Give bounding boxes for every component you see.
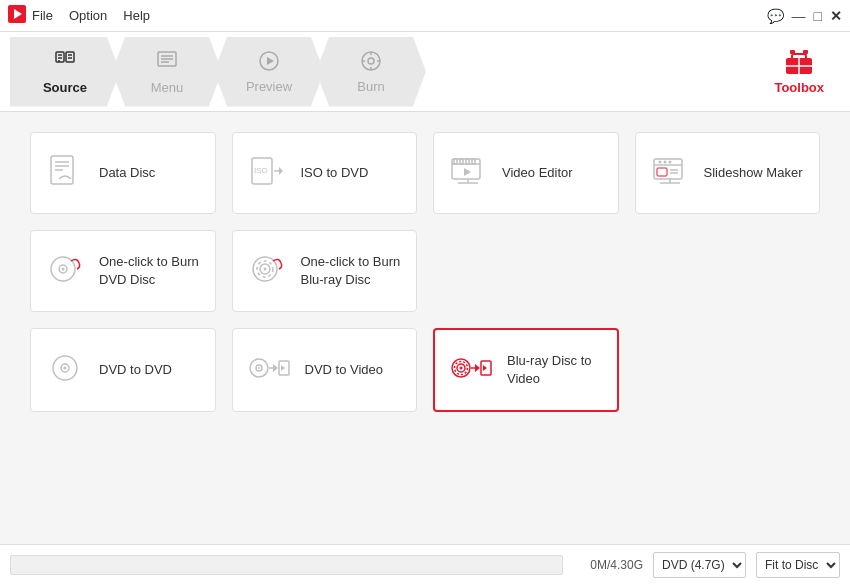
svg-rect-39 xyxy=(466,159,469,164)
svg-marker-34 xyxy=(279,167,283,175)
dvd-to-dvd-label: DVD to DVD xyxy=(99,361,172,379)
dvd-to-dvd-icon xyxy=(45,348,85,392)
close-button[interactable]: ✕ xyxy=(830,8,842,24)
slideshow-maker-label: Slideshow Maker xyxy=(704,164,803,182)
svg-text:ISO: ISO xyxy=(254,166,268,175)
toolbox-button[interactable]: Toolbox xyxy=(758,38,840,105)
status-bar: 0M/4.30G DVD (4.7G) DVD (8.5G) BD-25 BD-… xyxy=(0,544,850,584)
svg-rect-49 xyxy=(657,168,667,176)
steps-container: Source Menu Preview xyxy=(10,37,758,107)
svg-marker-76 xyxy=(475,364,480,372)
top-toolbar: Source Menu Preview xyxy=(0,32,850,112)
step-source-label: Source xyxy=(43,80,87,95)
empty-card-1 xyxy=(433,230,619,312)
step-menu-label: Menu xyxy=(151,80,184,95)
dvd-size-select[interactable]: DVD (4.7G) DVD (8.5G) BD-25 BD-50 xyxy=(653,552,746,578)
one-click-bluray-card[interactable]: One-click to Burn Blu-ray Disc xyxy=(232,230,418,312)
toolbox-icon xyxy=(784,48,814,80)
bluray-to-video-label: Blu-ray Disc to Video xyxy=(507,352,603,388)
dvd-to-video-card[interactable]: DVD to Video xyxy=(232,328,418,412)
svg-point-66 xyxy=(258,367,260,369)
one-click-bluray-icon xyxy=(247,249,287,293)
tools-row-2: One-click to Burn DVD Disc One-click to … xyxy=(30,230,820,312)
svg-point-48 xyxy=(668,161,671,164)
svg-point-46 xyxy=(658,161,661,164)
data-disc-icon xyxy=(45,151,85,195)
step-preview[interactable]: Preview xyxy=(214,37,324,107)
data-disc-card[interactable]: Data Disc xyxy=(30,132,216,214)
svg-point-56 xyxy=(62,268,65,271)
one-click-dvd-icon xyxy=(45,249,85,293)
slideshow-maker-card[interactable]: Slideshow Maker xyxy=(635,132,821,214)
video-editor-card[interactable]: Video Editor xyxy=(433,132,619,214)
svg-rect-6 xyxy=(66,52,74,62)
tools-row-3: DVD to DVD DVD to Video xyxy=(30,328,820,412)
dvd-to-dvd-card[interactable]: DVD to DVD xyxy=(30,328,216,412)
iso-to-dvd-card[interactable]: ISO ISO to DVD xyxy=(232,132,418,214)
bluray-to-video-icon xyxy=(449,348,493,392)
dvd-to-video-icon xyxy=(247,348,291,392)
step-burn-label: Burn xyxy=(357,79,384,94)
empty-card-3 xyxy=(635,328,821,412)
burn-icon xyxy=(359,49,383,77)
one-click-dvd-label: One-click to Burn DVD Disc xyxy=(99,253,201,289)
svg-marker-68 xyxy=(273,364,278,372)
window-controls: 💬 — □ ✕ xyxy=(767,8,842,24)
menu-step-icon xyxy=(155,49,179,78)
preview-icon xyxy=(257,49,281,77)
video-editor-icon xyxy=(448,151,488,195)
menu-help[interactable]: Help xyxy=(123,8,150,23)
slideshow-maker-icon xyxy=(650,151,690,195)
bluray-to-video-card[interactable]: Blu-ray Disc to Video xyxy=(433,328,619,412)
main-content: Data Disc ISO ISO to DVD xyxy=(0,112,850,544)
progress-bar xyxy=(10,555,563,575)
tools-row-1: Data Disc ISO ISO to DVD xyxy=(30,132,820,214)
svg-rect-37 xyxy=(454,159,457,164)
video-editor-label: Video Editor xyxy=(502,164,573,182)
svg-rect-38 xyxy=(460,159,463,164)
data-disc-label: Data Disc xyxy=(99,164,155,182)
svg-point-47 xyxy=(663,161,666,164)
minimize-button[interactable]: — xyxy=(792,8,806,24)
iso-to-dvd-label: ISO to DVD xyxy=(301,164,369,182)
fit-mode-select[interactable]: Fit to Disc Custom xyxy=(756,552,840,578)
title-bar: File Option Help 💬 — □ ✕ xyxy=(0,0,850,32)
source-icon xyxy=(53,49,77,78)
one-click-bluray-label: One-click to Burn Blu-ray Disc xyxy=(301,253,403,289)
step-burn[interactable]: Burn xyxy=(316,37,426,107)
chat-icon[interactable]: 💬 xyxy=(767,8,784,24)
svg-rect-25 xyxy=(790,50,795,54)
menu-option[interactable]: Option xyxy=(69,8,107,23)
svg-marker-70 xyxy=(281,365,285,371)
svg-marker-14 xyxy=(267,57,274,65)
menu-file[interactable]: File xyxy=(32,8,53,23)
step-preview-label: Preview xyxy=(246,79,292,94)
menu-bar: File Option Help xyxy=(32,8,842,23)
maximize-button[interactable]: □ xyxy=(814,8,822,24)
svg-marker-41 xyxy=(464,168,471,176)
svg-point-59 xyxy=(263,268,266,271)
svg-rect-26 xyxy=(803,50,808,54)
svg-marker-78 xyxy=(483,365,487,371)
empty-card-2 xyxy=(635,230,821,312)
step-source[interactable]: Source xyxy=(10,37,120,107)
dvd-to-video-label: DVD to Video xyxy=(305,361,384,379)
toolbox-label: Toolbox xyxy=(774,80,824,95)
one-click-dvd-card[interactable]: One-click to Burn DVD Disc xyxy=(30,230,216,312)
app-icon xyxy=(8,5,26,27)
svg-point-73 xyxy=(460,367,463,370)
svg-point-16 xyxy=(368,58,374,64)
step-menu[interactable]: Menu xyxy=(112,37,222,107)
svg-point-63 xyxy=(64,367,67,370)
iso-to-dvd-icon: ISO xyxy=(247,151,287,195)
size-label: 0M/4.30G xyxy=(573,558,643,572)
svg-rect-40 xyxy=(472,159,475,164)
